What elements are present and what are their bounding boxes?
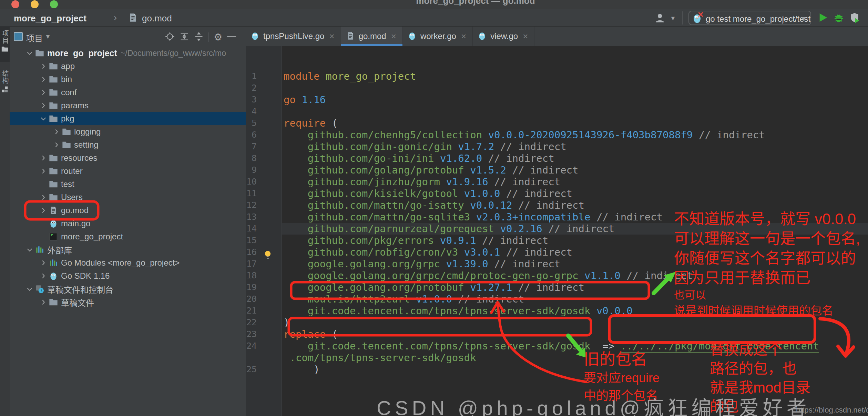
locate-icon[interactable] bbox=[165, 32, 175, 43]
user-icon[interactable] bbox=[654, 12, 666, 25]
code-segment-kw: go bbox=[284, 94, 296, 106]
code-line-9: github.com/golang/protobuf v1.5.2 // ind… bbox=[282, 164, 868, 176]
folder-icon bbox=[48, 113, 59, 124]
code-segment-num: v1.62.0 bbox=[434, 152, 482, 164]
invalid-config-icon: ✕ bbox=[697, 10, 704, 19]
tree-item-Go-Modules-more_go_project-[interactable]: Go Modules <more_go_project> bbox=[10, 256, 246, 269]
binary-icon bbox=[48, 231, 59, 242]
tab-go.mod[interactable]: go.mod× bbox=[341, 27, 403, 46]
tab-tpnsPushLive.go[interactable]: tpnsPushLive.go× bbox=[246, 27, 341, 46]
tree-item-label: bin bbox=[61, 75, 72, 84]
tree-item-pkg[interactable]: pkg bbox=[10, 112, 246, 125]
code-line-10: github.com/jinzhu/gorm v1.9.16 // indire… bbox=[282, 176, 868, 188]
debug-icon[interactable] bbox=[833, 12, 844, 22]
project-view-icon[interactable] bbox=[14, 32, 23, 41]
tree-item-草稿文件和控制台[interactable]: 草稿文件和控制台 bbox=[10, 283, 246, 296]
chevron-right-icon[interactable] bbox=[39, 166, 48, 176]
csdn-watermark: CSDN @php-goland@疯狂编程爱好者 bbox=[377, 392, 810, 416]
stripe-tab-project[interactable]: 项目 bbox=[0, 27, 10, 62]
tree-item-main.go[interactable]: main.go bbox=[10, 217, 246, 230]
chevron-right-icon[interactable] bbox=[52, 127, 61, 137]
tree-item-Go-SDK-1.16[interactable]: Go SDK 1.16 bbox=[10, 269, 246, 283]
tree-item-bin[interactable]: bin bbox=[10, 73, 246, 86]
note-line: 因为只用于替换而已 bbox=[674, 268, 860, 288]
tree-item-more_go_project[interactable]: more_go_project bbox=[10, 230, 246, 243]
chevron-right-icon[interactable] bbox=[39, 206, 48, 215]
folder-icon bbox=[61, 127, 72, 137]
hide-icon[interactable]: — bbox=[227, 31, 236, 41]
project-view-caret-icon[interactable]: ▼ bbox=[45, 33, 51, 40]
run-icon[interactable] bbox=[817, 12, 828, 22]
main-toolbar: more_go_project › go.mod ▼ ✕ go test mor… bbox=[0, 9, 868, 27]
expand-all-icon[interactable] bbox=[180, 32, 189, 43]
tab-view.go[interactable]: view.go× bbox=[473, 27, 534, 46]
breadcrumb-project[interactable]: more_go_project bbox=[14, 13, 86, 24]
code-segment-com: // indirect bbox=[506, 164, 579, 176]
code-segment-num: v1.5.2 bbox=[464, 164, 506, 176]
tree-item-草稿文件[interactable]: 草稿文件 bbox=[10, 296, 246, 309]
note-line: 要对应require bbox=[584, 369, 660, 387]
tree-item-test[interactable]: test bbox=[10, 178, 246, 191]
chevron-down-icon[interactable] bbox=[25, 48, 34, 58]
run-configuration-select[interactable]: ✕ go test more_go_project/test ▼ bbox=[688, 11, 811, 25]
close-tab-icon[interactable]: × bbox=[329, 31, 334, 42]
chevron-down-icon[interactable] bbox=[25, 245, 34, 255]
chevron-right-icon[interactable] bbox=[39, 88, 48, 97]
project-panel-title[interactable]: 项目 bbox=[26, 32, 43, 44]
chevron-right-icon[interactable] bbox=[39, 271, 48, 281]
tree-item-setting[interactable]: setting bbox=[10, 138, 246, 151]
stripe-tab-structure[interactable]: 结构 bbox=[0, 67, 10, 105]
chevron-right-icon[interactable] bbox=[39, 192, 48, 202]
tree-item-conf[interactable]: conf bbox=[10, 86, 246, 99]
collapse-all-icon[interactable] bbox=[194, 32, 204, 43]
note-line: 也可以 bbox=[674, 288, 860, 303]
code-segment-pkg: github.com/go-ini/ini bbox=[284, 152, 434, 164]
chevron-right-icon[interactable] bbox=[39, 153, 48, 163]
tree-item-more_go_project[interactable]: more_go_project~/Documents/go_www/src/mo bbox=[10, 47, 246, 60]
code-segment-num: v1.7.2 bbox=[452, 141, 494, 152]
tree-item-外部库[interactable]: 外部库 bbox=[10, 243, 246, 256]
code-segment-pkg: github.com/mattn/go-isatty bbox=[284, 199, 464, 211]
code-segment-num: v1.27.1 bbox=[464, 281, 512, 293]
code-line-5: require ( bbox=[282, 117, 868, 129]
code-segment-com: // indirect bbox=[512, 199, 584, 211]
chevron-right-icon[interactable] bbox=[39, 101, 48, 110]
tab-worker.go[interactable]: worker.go× bbox=[403, 27, 473, 46]
tree-item-go.mod[interactable]: go.mod bbox=[10, 204, 246, 217]
folder-icon bbox=[48, 87, 59, 98]
breadcrumb-file[interactable]: go.mod bbox=[142, 13, 172, 24]
coverage-icon[interactable] bbox=[849, 12, 859, 22]
tree-item-resources[interactable]: resources bbox=[10, 151, 246, 165]
minimize-window-button[interactable] bbox=[31, 0, 39, 8]
folder-icon bbox=[48, 100, 59, 111]
project-panel: 项目 ▼ ⚙ — more_go_project~/Documents/go_w… bbox=[10, 27, 246, 416]
tree-item-app[interactable]: app bbox=[10, 60, 246, 73]
tab-label: worker.go bbox=[420, 31, 456, 41]
chevron-down-icon[interactable] bbox=[25, 284, 34, 294]
folder-icon bbox=[48, 192, 59, 202]
tree-item-Users[interactable]: Users bbox=[10, 191, 246, 204]
close-tab-icon[interactable]: × bbox=[461, 31, 466, 42]
chevron-right-icon[interactable] bbox=[39, 61, 48, 71]
code-segment-pkg: github.com/jinzhu/gorm bbox=[284, 176, 440, 188]
chevron-right-icon[interactable] bbox=[52, 140, 61, 150]
gopher-icon bbox=[48, 218, 59, 229]
settings-icon[interactable]: ⚙ bbox=[214, 31, 222, 43]
tree-item-params[interactable]: params bbox=[10, 99, 246, 112]
annotation-note-version: 不知道版本号，就写 v0.0.0 可以理解这一句是一个包名, 你随便写这个名字都… bbox=[674, 209, 860, 319]
chevron-right-icon[interactable] bbox=[39, 297, 48, 307]
close-tab-icon[interactable]: × bbox=[523, 31, 528, 42]
close-window-button[interactable] bbox=[11, 0, 19, 8]
close-tab-icon[interactable]: × bbox=[391, 31, 396, 42]
tree-item-label: params bbox=[61, 101, 89, 110]
chevron-right-icon[interactable] bbox=[39, 258, 48, 268]
chevron-down-icon[interactable] bbox=[39, 114, 48, 123]
tree-item-logging[interactable]: logging bbox=[10, 125, 246, 138]
chevron-right-icon[interactable] bbox=[39, 75, 48, 84]
tree-item-router[interactable]: router bbox=[10, 165, 246, 178]
user-caret-icon: ▼ bbox=[670, 15, 676, 22]
project-panel-header: 项目 ▼ ⚙ — bbox=[10, 27, 246, 47]
code-segment-pl: ( bbox=[326, 117, 338, 129]
zoom-window-button[interactable] bbox=[50, 0, 58, 8]
tree-item-label: conf bbox=[61, 88, 76, 97]
